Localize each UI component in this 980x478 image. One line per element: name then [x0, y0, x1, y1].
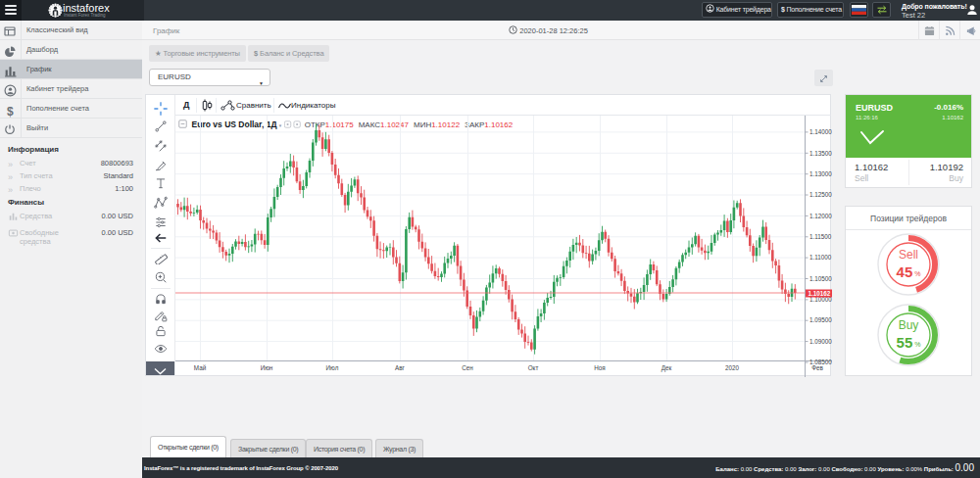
svg-text:Фев: Фев	[811, 364, 823, 371]
svg-text:Июл: Июл	[326, 364, 339, 371]
svg-text:1.12000: 1.12000	[809, 213, 832, 219]
svg-text:1.13500: 1.13500	[809, 150, 832, 157]
svg-text:1.13000: 1.13000	[809, 170, 832, 177]
svg-text:1.10500: 1.10500	[809, 275, 832, 282]
svg-text:Дек: Дек	[662, 364, 672, 372]
svg-text:Авг: Авг	[395, 364, 406, 371]
svg-text:1.12500: 1.12500	[809, 191, 832, 198]
svg-text:45 %: 45 %	[897, 263, 921, 280]
svg-text:Sell: Sell	[899, 248, 918, 262]
svg-text:1.09000: 1.09000	[809, 338, 832, 345]
svg-text:Июн: Июн	[261, 364, 273, 371]
svg-text:2020: 2020	[725, 364, 740, 371]
svg-text:1.11000: 1.11000	[809, 254, 832, 261]
svg-text:Ноя: Ноя	[594, 364, 605, 371]
svg-text:1.14000: 1.14000	[809, 128, 832, 135]
svg-text:Buy: Buy	[899, 318, 919, 332]
svg-text:Сен: Сен	[462, 364, 473, 371]
svg-text:1.09500: 1.09500	[809, 316, 832, 323]
svg-text:1.10162: 1.10162	[808, 290, 831, 297]
svg-text:55 %: 55 %	[897, 334, 921, 351]
svg-text:Окт: Окт	[528, 364, 539, 371]
svg-text:Май: Май	[194, 364, 207, 371]
svg-text:1.11500: 1.11500	[809, 233, 832, 240]
